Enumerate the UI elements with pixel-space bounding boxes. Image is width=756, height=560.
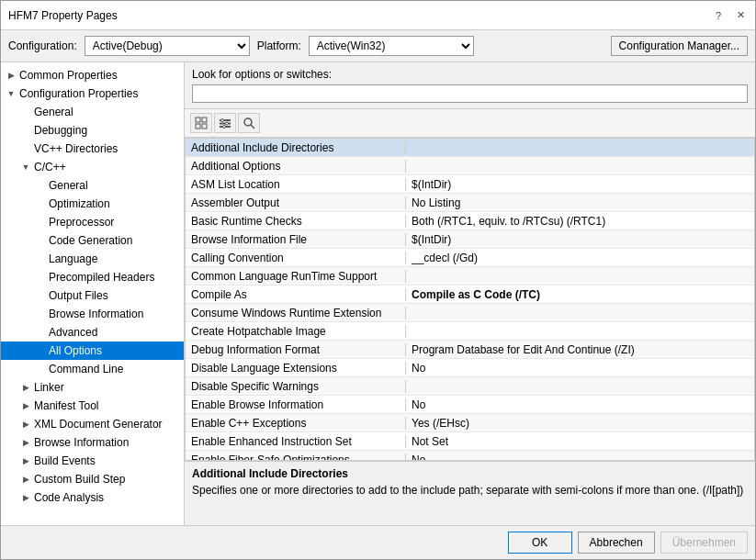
common-props-label: Common Properties [17, 69, 118, 82]
prop-name: Compile As [186, 288, 406, 301]
linker-arrow-icon [19, 383, 32, 392]
close-button[interactable]: ✕ [733, 8, 748, 23]
table-row[interactable]: Enable Fiber-Safe OptimizationsNo [186, 451, 754, 461]
table-row[interactable]: ASM List Location$(IntDir) [186, 175, 754, 194]
tree-item-manifest[interactable]: Manifest Tool [1, 397, 184, 415]
tree-item-cpp-output[interactable]: Output Files [1, 286, 184, 305]
code-analysis-label: Code Analysis [32, 491, 104, 504]
prop-value: __cdecl (/Gd) [406, 252, 754, 264]
tree-item-cpp-opt[interactable]: Optimization [1, 195, 184, 213]
info-description: Specifies one or more directories to add… [192, 484, 748, 497]
prop-name: Consume Windows Runtime Extension [186, 307, 406, 319]
manifest-arrow-icon [19, 401, 32, 410]
table-row[interactable]: Assembler OutputNo Listing [186, 194, 754, 212]
prop-name: Debug Information Format [186, 343, 406, 356]
toolbar-settings-btn[interactable] [214, 113, 236, 133]
toolbar-grid-btn[interactable] [190, 113, 212, 133]
cpp-advanced-label: Advanced [47, 326, 97, 339]
cpp-lang-label: Language [47, 252, 97, 265]
tree-item-cpp-general[interactable]: General [1, 176, 184, 195]
search-icon [243, 117, 255, 129]
ok-button[interactable]: OK [508, 532, 572, 554]
tree-item-build-events[interactable]: Build Events [1, 452, 184, 470]
search-input[interactable] [192, 84, 748, 103]
xml-gen-arrow-icon [19, 420, 32, 429]
table-row[interactable]: Compile AsCompile as C Code (/TC) [186, 286, 754, 304]
configuration-manager-button[interactable]: Configuration Manager... [611, 36, 748, 56]
toolbar-search-btn[interactable] [238, 113, 260, 133]
custom-build-arrow-icon [19, 475, 32, 484]
common-props-arrow-icon [5, 71, 17, 80]
tree-item-common-props[interactable]: Common Properties [1, 66, 184, 84]
svg-point-9 [223, 126, 226, 129]
settings-icon [219, 117, 231, 129]
code-analysis-arrow-icon [19, 493, 32, 502]
tree-item-debugging[interactable]: Debugging [1, 121, 184, 140]
platform-select[interactable]: Active(Win32) [309, 36, 474, 56]
table-row[interactable]: Additional Include Directories [186, 139, 754, 157]
table-row[interactable]: Disable Specific Warnings [186, 377, 754, 396]
linker-label: Linker [32, 381, 64, 394]
platform-label: Platform: [257, 39, 301, 52]
property-toolbar [185, 109, 755, 138]
prop-name: Common Language RunTime Support [186, 270, 406, 283]
table-row[interactable]: Debug Information FormatProgram Database… [186, 341, 754, 359]
table-row[interactable]: Basic Runtime ChecksBoth (/RTC1, equiv. … [186, 212, 754, 230]
custom-build-label: Custom Build Step [32, 473, 125, 486]
tree-item-cpp[interactable]: C/C++ [1, 158, 184, 176]
table-row[interactable]: Common Language RunTime Support [186, 267, 754, 286]
table-row[interactable]: Disable Language ExtensionsNo [186, 359, 754, 377]
tree-item-cpp-advanced[interactable]: Advanced [1, 323, 184, 342]
svg-rect-3 [202, 124, 207, 129]
apply-button[interactable]: Übernehmen [660, 532, 748, 554]
property-table[interactable]: Additional Include DirectoriesAdditional… [185, 138, 755, 461]
tree-item-config-props[interactable]: Configuration Properties [1, 84, 184, 103]
tree-item-cpp-allopts[interactable]: All Options [1, 342, 184, 360]
table-row[interactable]: Create Hotpatchable Image [186, 322, 754, 341]
prop-value: No [406, 454, 754, 462]
tree-item-cpp-cmdline[interactable]: Command Line [1, 360, 184, 378]
tree-item-general[interactable]: General [1, 103, 184, 121]
config-select[interactable]: Active(Debug) [85, 36, 250, 56]
table-row[interactable]: Enable C++ ExceptionsYes (/EHsc) [186, 414, 754, 432]
svg-rect-2 [196, 124, 200, 129]
table-row[interactable]: Calling Convention__cdecl (/Gd) [186, 249, 754, 267]
tree-item-cpp-pch[interactable]: Precompiled Headers [1, 268, 184, 286]
cancel-button[interactable]: Abbrechen [578, 532, 655, 554]
general-label: General [32, 106, 73, 118]
config-bar: Configuration: Active(Debug) Platform: A… [1, 30, 755, 62]
tree-panel[interactable]: Common PropertiesConfiguration Propertie… [1, 62, 185, 525]
config-props-arrow-icon [5, 89, 17, 98]
cpp-output-label: Output Files [47, 289, 108, 302]
tree-item-code-analysis[interactable]: Code Analysis [1, 488, 184, 507]
tree-item-cpp-browse[interactable]: Browse Information [1, 305, 184, 323]
prop-value: $(IntDir) [406, 233, 754, 246]
tree-item-browse-info[interactable]: Browse Information [1, 433, 184, 452]
table-row[interactable]: Enable Enhanced Instruction SetNot Set [186, 432, 754, 451]
title-bar: HFM7 Property Pages ? ✕ [1, 1, 755, 30]
tree-item-cpp-codegen[interactable]: Code Generation [1, 231, 184, 250]
prop-value: Program Database for Edit And Continue (… [406, 343, 754, 356]
property-pages-dialog: HFM7 Property Pages ? ✕ Configuration: A… [0, 0, 756, 560]
table-row[interactable]: Additional Options [186, 157, 754, 175]
info-title: Additional Include Directories [192, 467, 748, 480]
info-panel: Additional Include Directories Specifies… [185, 461, 755, 525]
prop-name: Disable Language Extensions [186, 362, 406, 375]
cpp-allopts-label: All Options [47, 344, 102, 357]
table-row[interactable]: Browse Information File$(IntDir) [186, 230, 754, 249]
prop-value: Both (/RTC1, equiv. to /RTCsu) (/RTC1) [406, 215, 754, 228]
table-row[interactable]: Consume Windows Runtime Extension [186, 304, 754, 322]
tree-item-linker[interactable]: Linker [1, 378, 184, 397]
prop-name: Additional Options [186, 160, 406, 173]
tree-item-custom-build[interactable]: Custom Build Step [1, 470, 184, 488]
build-events-arrow-icon [19, 456, 32, 465]
help-button[interactable]: ? [711, 8, 726, 23]
browse-info-arrow-icon [19, 438, 32, 447]
table-row[interactable]: Enable Browse InformationNo [186, 396, 754, 414]
right-panel: Look for options or switches: [185, 62, 755, 525]
grid-icon [195, 117, 208, 129]
tree-item-xml-gen[interactable]: XML Document Generator [1, 415, 184, 433]
tree-item-cpp-lang[interactable]: Language [1, 250, 184, 268]
tree-item-vc-dirs[interactable]: VC++ Directories [1, 140, 184, 158]
tree-item-cpp-preproc[interactable]: Preprocessor [1, 213, 184, 231]
